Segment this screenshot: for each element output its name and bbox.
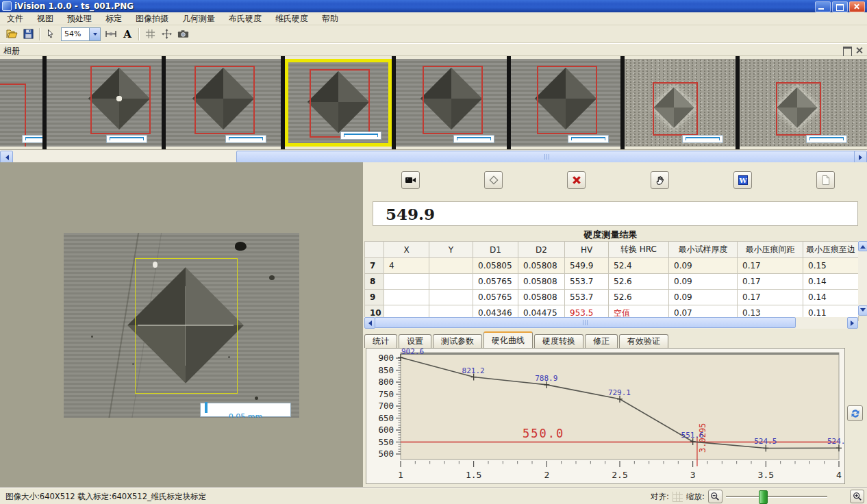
table-cell[interactable]: 0.15 <box>803 258 859 274</box>
measure-tool-button[interactable] <box>103 27 119 42</box>
new-document-button[interactable] <box>816 171 835 189</box>
table-cell[interactable]: 0.14 <box>803 290 859 305</box>
menu-item-4[interactable]: 标定 <box>99 12 129 25</box>
tab-4[interactable]: 硬化曲线 <box>483 331 533 348</box>
tab-2[interactable]: 设置 <box>399 334 431 348</box>
scroll-right-button[interactable] <box>847 317 858 329</box>
panel-float-icon[interactable] <box>843 47 852 57</box>
table-cell[interactable] <box>384 290 429 305</box>
table-row-9[interactable]: 90.057650.05808553.752.60.090.170.14 <box>365 290 859 305</box>
status-bar: 图像大小:640X512 载入标定:640X512_维氏标定块标定 对齐: 缩放… <box>0 488 867 504</box>
save-file-button[interactable] <box>20 27 36 42</box>
video-camera-button[interactable] <box>401 171 420 189</box>
zoom-in-button[interactable] <box>850 490 864 503</box>
menu-item-6[interactable]: 几何测量 <box>175 12 222 25</box>
cursor-tool-button[interactable] <box>42 27 59 42</box>
tab-6[interactable]: 修正 <box>585 334 618 348</box>
album-scrollbar[interactable] <box>0 149 867 162</box>
row-number-cell[interactable]: 9 <box>365 290 384 305</box>
combobox-dropdown-button[interactable] <box>89 28 100 40</box>
microscope-image[interactable]: 0.05 mm <box>64 233 299 418</box>
table-cell[interactable]: 0.14 <box>803 274 859 290</box>
zoom-slider-thumb[interactable] <box>759 490 768 504</box>
move-tool-button[interactable] <box>158 27 175 42</box>
table-cell[interactable]: 0.05808 <box>518 258 565 274</box>
menu-item-2[interactable]: 视图 <box>30 12 60 25</box>
menu-item-1[interactable]: 文件 <box>0 12 30 25</box>
album-scrollbar-thumb[interactable] <box>236 151 857 163</box>
scroll-left-button[interactable] <box>364 317 375 329</box>
table-cell[interactable]: 0.05808 <box>518 274 565 290</box>
scale-bar-line <box>205 402 208 413</box>
table-vscrollbar[interactable] <box>858 241 867 316</box>
album-thumbnail-4[interactable] <box>285 59 392 147</box>
album-thumbnail-8[interactable] <box>740 59 867 147</box>
grid-tool-button[interactable] <box>142 27 158 42</box>
table-cell[interactable]: 0.09 <box>669 290 738 305</box>
camera-capture-button[interactable] <box>175 27 191 42</box>
zoom-out-button[interactable] <box>708 490 722 503</box>
table-cell[interactable] <box>429 290 473 305</box>
scroll-down-button[interactable] <box>858 305 867 316</box>
album-thumbnail-7[interactable] <box>625 59 736 147</box>
table-cell[interactable]: 0.17 <box>738 258 803 274</box>
table-cell[interactable]: 0.09 <box>669 258 738 274</box>
album-thumbnail-6[interactable] <box>511 59 620 147</box>
open-file-button[interactable] <box>3 27 20 42</box>
diamond-indent-button[interactable] <box>484 171 503 189</box>
row-number-cell[interactable]: 8 <box>365 274 384 290</box>
hand-tool-button[interactable] <box>651 171 669 189</box>
tab-3[interactable]: 测试参数 <box>433 334 482 348</box>
album-thumbnail-1[interactable] <box>0 59 42 147</box>
table-cell[interactable]: 0.17 <box>738 274 803 290</box>
hand-tool-icon <box>655 175 665 186</box>
table-row-8[interactable]: 80.057650.05808553.752.60.090.170.14 <box>365 274 859 290</box>
text-tool-button[interactable]: A <box>119 27 136 42</box>
table-cell[interactable]: 0.05808 <box>518 290 565 305</box>
table-cell[interactable]: 52.6 <box>609 274 669 290</box>
delete-x-button[interactable] <box>567 171 586 189</box>
menu-item-7[interactable]: 布氏硬度 <box>222 12 268 25</box>
minimize-button[interactable] <box>815 1 831 12</box>
table-cell[interactable]: 553.7 <box>565 274 609 290</box>
zoom-slider[interactable] <box>726 490 827 503</box>
table-scrollbar-thumb[interactable] <box>375 317 796 328</box>
refresh-chart-button[interactable] <box>847 405 863 421</box>
selection-box[interactable] <box>135 258 238 394</box>
table-cell[interactable]: 0.05765 <box>473 290 518 305</box>
tab-7[interactable]: 有效验证 <box>619 334 668 348</box>
menu-item-3[interactable]: 预处理 <box>60 12 99 25</box>
table-cell[interactable] <box>429 274 473 290</box>
table-cell[interactable]: 0.17 <box>738 290 803 305</box>
table-hscrollbar[interactable] <box>364 317 858 329</box>
close-button[interactable] <box>849 1 865 12</box>
thumbnail-scale-bar <box>225 135 266 143</box>
table-cell[interactable]: 0.09 <box>669 274 738 290</box>
tab-1[interactable]: 统计 <box>364 334 397 348</box>
results-table: XYD1D2HV转换 HRC最小试样厚度最小压痕间距最小压痕至边740.0580… <box>364 241 859 321</box>
table-cell[interactable] <box>384 274 429 290</box>
album-thumbnail-3[interactable] <box>166 59 281 147</box>
menu-item-9[interactable]: 帮助 <box>315 12 345 25</box>
table-cell[interactable]: 52.6 <box>609 290 669 305</box>
zoom-level-combobox[interactable]: 54% <box>61 27 101 41</box>
menu-item-5[interactable]: 图像拍摄 <box>129 12 175 25</box>
table-cell[interactable]: 4 <box>384 258 429 274</box>
align-grid-icon[interactable] <box>673 492 683 502</box>
panel-close-icon[interactable] <box>855 47 863 54</box>
table-cell[interactable]: 0.05805 <box>473 258 518 274</box>
table-cell[interactable]: 549.9 <box>565 258 609 274</box>
table-cell[interactable]: 0.05765 <box>473 274 518 290</box>
row-number-cell[interactable]: 7 <box>365 258 384 274</box>
tab-5[interactable]: 硬度转换 <box>534 334 583 348</box>
maximize-button[interactable] <box>832 1 848 12</box>
album-thumbnail-2[interactable] <box>47 59 162 147</box>
menu-item-8[interactable]: 维氏硬度 <box>268 12 315 25</box>
table-row-7[interactable]: 740.058050.05808549.952.40.090.170.15 <box>365 258 859 274</box>
table-cell[interactable]: 553.7 <box>565 290 609 305</box>
scroll-up-button[interactable] <box>858 241 867 251</box>
album-thumbnail-5[interactable] <box>396 59 507 147</box>
table-cell[interactable]: 52.4 <box>609 258 669 274</box>
table-cell[interactable] <box>429 258 473 274</box>
word-export-button[interactable]: W <box>733 171 752 189</box>
